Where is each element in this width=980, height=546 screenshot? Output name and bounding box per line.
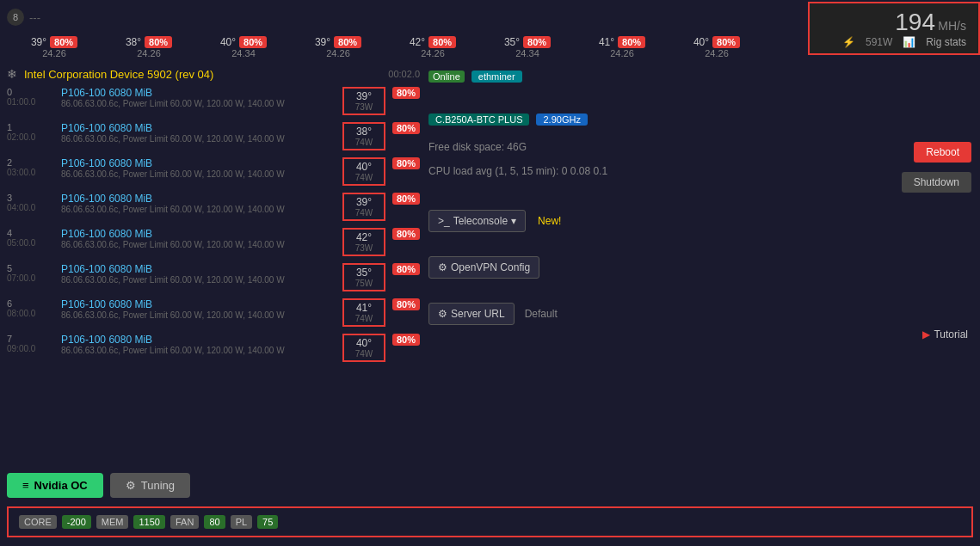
- table-row: 4 05:00.0 P106-100 6080 MiB 86.06.63.00.…: [7, 225, 420, 259]
- miner-header: ❄ Intel Corporation Device 5902 (rev 04)…: [7, 64, 420, 84]
- gpu0-top-temp: 39°: [31, 36, 46, 48]
- gpu-model: P106-100 6080 MiB: [61, 122, 336, 134]
- pl-value: 75: [257, 515, 278, 529]
- rig-stats-link[interactable]: Rig stats: [926, 36, 966, 48]
- gpu-temp: 40°: [356, 161, 372, 173]
- rig-identifier: 8 ---: [7, 9, 40, 26]
- gpu-fan-badge: 80%: [392, 263, 420, 275]
- online-badge: Online: [428, 71, 465, 83]
- disk-space-info: Free disk space: 46G: [428, 141, 973, 153]
- gpu-list: ❄ Intel Corporation Device 5902 (rev 04)…: [7, 64, 420, 365]
- gpu-top-stat-4: 42° 80% 24.26: [385, 36, 480, 58]
- gpu-details: 86.06.63.00.6c, Power Limit 60.00 W, 120…: [61, 169, 336, 179]
- motherboard-badge: C.B250A-BTC PLUS: [428, 113, 529, 126]
- gpu-power: 75W: [355, 279, 373, 288]
- terminal-icon: >_: [438, 215, 450, 227]
- gpu-fan-badge: 80%: [392, 157, 420, 169]
- gpu-power: 74W: [355, 173, 373, 182]
- gpu-time: 09:00.0: [7, 344, 35, 353]
- mem-label: MEM: [96, 515, 129, 529]
- hashrate-value: 194: [895, 9, 935, 35]
- nvidia-oc-button[interactable]: ≡ Nvidia OC: [7, 473, 103, 498]
- gpu-time: 01:00.0: [7, 97, 35, 107]
- gpu1-top-fan: 80%: [145, 36, 172, 48]
- gpu-index: 3: [7, 193, 12, 203]
- gpu-metrics-panel: 39° 74W: [342, 193, 385, 221]
- gpu-index: 5: [7, 263, 12, 273]
- gpu3-top-hash: 24.26: [326, 48, 350, 58]
- gpu-model: P106-100 6080 MiB: [61, 87, 336, 99]
- gpu5-top-hash: 24.34: [515, 48, 539, 58]
- gpu-index: 2: [7, 157, 12, 168]
- gpu-details: 86.06.63.00.6c, Power Limit 60.00 W, 120…: [61, 275, 336, 285]
- gpu6-top-fan: 80%: [618, 36, 645, 48]
- gpu-temp: 39°: [356, 90, 372, 102]
- gpu5-top-fan: 80%: [523, 36, 551, 48]
- bottom-buttons: ≡ Nvidia OC ⚙ Tuning: [7, 473, 190, 498]
- gpu-fan-badge: 80%: [392, 334, 420, 346]
- gpu-temp: 38°: [356, 126, 372, 138]
- gpu-temp: 35°: [356, 267, 372, 279]
- hashrate-panel: 194 MH/s ⚡ 591W 📊 Rig stats: [808, 2, 980, 55]
- cpu-badge: 2.90GHz: [536, 113, 587, 126]
- gpu7-top-temp: 40°: [693, 36, 709, 48]
- gpu-model: P106-100 6080 MiB: [61, 263, 336, 275]
- hashrate-unit: MH/s: [938, 19, 966, 33]
- shutdown-button[interactable]: Shutdown: [902, 172, 971, 193]
- gpu-top-stat-2: 40° 80% 24.34: [196, 36, 291, 58]
- gpu-details: 86.06.63.00.6c, Power Limit 60.00 W, 120…: [61, 134, 336, 144]
- gpu-model: P106-100 6080 MiB: [61, 298, 336, 310]
- teleconsole-button[interactable]: >_ Teleconsole ▾: [428, 210, 526, 232]
- openvpn-row: ⚙ OpenVPN Config: [428, 256, 973, 279]
- fan-value: 80: [204, 515, 225, 529]
- gpu-power: 73W: [355, 243, 373, 253]
- gpu1-top-temp: 38°: [126, 36, 141, 48]
- gpu-index: 4: [7, 228, 12, 238]
- gpu-model: P106-100 6080 MiB: [61, 157, 336, 169]
- gpu-details: 86.06.63.00.6c, Power Limit 60.00 W, 120…: [61, 99, 336, 108]
- gpu-model: P106-100 6080 MiB: [61, 334, 336, 346]
- server-url-button[interactable]: ⚙ Server URL: [428, 303, 515, 325]
- gpu-top-stat-0: 39° 80% 24.26: [7, 36, 102, 58]
- gear-icon-3: ⚙: [126, 479, 136, 492]
- tuning-button[interactable]: ⚙ Tuning: [110, 473, 190, 498]
- gpu-temp: 42°: [356, 231, 372, 243]
- software-badge: ethminer: [472, 71, 522, 83]
- gpu7-top-fan: 80%: [712, 36, 740, 48]
- gpu-top-stat-1: 38° 80% 24.26: [102, 36, 196, 58]
- gpu7-top-hash: 24.26: [705, 48, 729, 58]
- gpu-time: 07:00.0: [7, 273, 35, 283]
- gpu-power: 74W: [355, 138, 373, 147]
- power-value: 591W: [866, 36, 892, 48]
- tutorial-link[interactable]: ▶ Tutorial: [922, 328, 968, 340]
- gear-icon-2: ⚙: [438, 308, 447, 320]
- gpu6-top-temp: 41°: [599, 36, 614, 48]
- gpu-temp: 39°: [356, 196, 372, 208]
- chart-icon: 📊: [903, 36, 915, 48]
- cpu-load-info: CPU load avg (1, 5, 15 min): 0 0.08 0.1: [428, 165, 973, 177]
- gpu-metrics-panel: 42° 73W: [342, 228, 385, 256]
- reboot-button[interactable]: Reboot: [914, 142, 971, 163]
- gpu-top-stat-5: 35° 80% 24.34: [480, 36, 575, 58]
- gpu-top-stat-7: 40° 80% 24.26: [669, 36, 764, 58]
- gpu-fan-badge: 80%: [392, 193, 420, 205]
- gpu-power: 73W: [355, 102, 373, 112]
- gpu2-top-hash: 24.34: [231, 48, 256, 58]
- gear-icon: ⚙: [438, 261, 447, 273]
- gpu-power: 74W: [355, 208, 373, 218]
- status-row: Online ethminer: [428, 71, 973, 83]
- gpu-power: 74W: [355, 349, 373, 359]
- gpu-index: 0: [7, 87, 12, 97]
- server-url-row: ⚙ Server URL Default: [428, 303, 973, 325]
- gpu-details: 86.06.63.00.6c, Power Limit 60.00 W, 120…: [61, 205, 336, 214]
- gpu0-top-hash: 24.26: [42, 48, 66, 58]
- sliders-icon: ≡: [22, 479, 29, 492]
- table-row: 1 02:00.0 P106-100 6080 MiB 86.06.63.00.…: [7, 120, 420, 153]
- gpu-top-stat-3: 39° 80% 24.26: [291, 36, 385, 58]
- gpu-temp: 41°: [356, 302, 372, 314]
- core-value: -200: [62, 515, 91, 529]
- gpu-metrics-panel: 35° 75W: [342, 263, 385, 291]
- gpu-temp: 40°: [356, 337, 372, 349]
- gpu-model: P106-100 6080 MiB: [61, 193, 336, 205]
- openvpn-button[interactable]: ⚙ OpenVPN Config: [428, 256, 539, 279]
